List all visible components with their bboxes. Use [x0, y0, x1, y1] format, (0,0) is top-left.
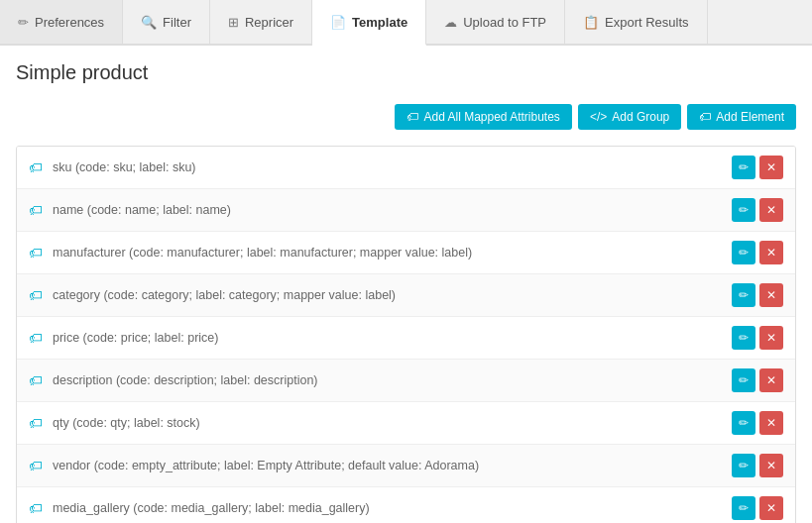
table-row: 🏷 category (code: category; label: categ…	[17, 274, 795, 317]
delete-button[interactable]: ✕	[759, 198, 783, 222]
edit-button[interactable]: ✏	[732, 156, 755, 179]
tab-preferences-label: Preferences	[35, 15, 104, 30]
attr-actions: ✏ ✕	[732, 241, 783, 264]
template-icon: 📄	[330, 15, 346, 30]
tag-icon: 🏷	[29, 159, 43, 175]
delete-icon: ✕	[766, 501, 776, 515]
add-group-label: Add Group	[612, 110, 669, 124]
table-row: 🏷 description (code: description; label:…	[17, 360, 795, 402]
edit-icon: ✏	[739, 246, 749, 260]
add-all-mapped-button[interactable]: 🏷 Add All Mapped Attributes	[395, 104, 571, 130]
attr-text: qty (code: qty; label: stock)	[53, 416, 732, 430]
table-row: 🏷 price (code: price; label: price) ✏ ✕	[17, 317, 795, 360]
delete-button[interactable]: ✕	[759, 283, 783, 307]
main-content: Simple product 🏷 Add All Mapped Attribut…	[0, 46, 812, 523]
add-element-button[interactable]: 🏷 Add Element	[687, 104, 796, 130]
attr-actions: ✏ ✕	[732, 156, 783, 179]
attr-actions: ✏ ✕	[732, 496, 783, 520]
attr-text: description (code: description; label: d…	[53, 373, 732, 387]
delete-icon: ✕	[766, 160, 776, 174]
edit-button[interactable]: ✏	[732, 411, 755, 435]
tag-icon: 🏷	[29, 415, 43, 431]
delete-icon: ✕	[766, 331, 776, 345]
edit-button[interactable]: ✏	[732, 496, 755, 520]
edit-icon: ✏	[739, 288, 749, 302]
tag-icon: 🏷	[29, 330, 43, 346]
tab-template-label: Template	[352, 15, 407, 30]
table-row: 🏷 name (code: name; label: name) ✏ ✕	[17, 189, 795, 232]
edit-button[interactable]: ✏	[732, 283, 755, 307]
upload-icon: ☁	[444, 15, 457, 30]
delete-icon: ✕	[766, 288, 776, 302]
tag-icon: 🏷	[29, 202, 43, 218]
delete-button[interactable]: ✕	[759, 241, 783, 264]
attribute-list: 🏷 sku (code: sku; label: sku) ✏ ✕ 🏷 name…	[16, 146, 796, 523]
tag-icon: 🏷	[29, 245, 43, 261]
tab-export-results[interactable]: 📋 Export Results	[565, 0, 708, 44]
tab-bar: ✏ Preferences 🔍 Filter ⊞ Repricer 📄 Temp…	[0, 0, 812, 46]
attr-actions: ✏ ✕	[732, 326, 783, 350]
attr-text: sku (code: sku; label: sku)	[53, 160, 732, 174]
export-icon: 📋	[583, 15, 599, 30]
toolbar: 🏷 Add All Mapped Attributes </> Add Grou…	[16, 98, 796, 136]
attr-actions: ✏ ✕	[732, 283, 783, 307]
tab-upload-ftp[interactable]: ☁ Upload to FTP	[426, 0, 565, 44]
attr-text: name (code: name; label: name)	[53, 203, 732, 217]
tab-export-results-label: Export Results	[605, 15, 689, 30]
delete-button[interactable]: ✕	[759, 326, 783, 350]
tab-template[interactable]: 📄 Template	[312, 0, 426, 46]
tag-icon: 🏷	[29, 458, 43, 473]
delete-button[interactable]: ✕	[759, 411, 783, 435]
add-element-icon: 🏷	[699, 110, 711, 124]
edit-icon: ✏	[739, 203, 749, 217]
page-title: Simple product	[16, 61, 796, 84]
table-row: 🏷 media_gallery (code: media_gallery; la…	[17, 487, 795, 523]
attr-text: category (code: category; label: categor…	[53, 288, 732, 302]
delete-button[interactable]: ✕	[759, 454, 783, 477]
add-element-label: Add Element	[716, 110, 784, 124]
tag-icon: 🏷	[29, 287, 43, 303]
edit-icon: ✏	[739, 373, 749, 387]
tab-repricer[interactable]: ⊞ Repricer	[210, 0, 312, 44]
tag-icon: 🏷	[29, 500, 43, 516]
table-row: 🏷 vendor (code: empty_attribute; label: …	[17, 445, 795, 487]
delete-icon: ✕	[766, 373, 776, 387]
tab-repricer-label: Repricer	[245, 15, 293, 30]
delete-button[interactable]: ✕	[759, 368, 783, 392]
edit-icon: ✏	[739, 331, 749, 345]
edit-button[interactable]: ✏	[732, 198, 755, 222]
attr-text: manufacturer (code: manufacturer; label:…	[53, 246, 732, 260]
tag-icon: 🏷	[29, 372, 43, 388]
table-row: 🏷 qty (code: qty; label: stock) ✏ ✕	[17, 402, 795, 445]
attr-text: vendor (code: empty_attribute; label: Em…	[53, 459, 732, 472]
attr-actions: ✏ ✕	[732, 198, 783, 222]
edit-icon: ✏	[739, 160, 749, 174]
delete-button[interactable]: ✕	[759, 156, 783, 179]
delete-icon: ✕	[766, 246, 776, 260]
edit-icon: ✏	[739, 416, 749, 430]
edit-button[interactable]: ✏	[732, 368, 755, 392]
table-row: 🏷 manufacturer (code: manufacturer; labe…	[17, 232, 795, 274]
edit-icon: ✏	[739, 501, 749, 515]
add-all-mapped-label: Add All Mapped Attributes	[423, 110, 559, 124]
delete-icon: ✕	[766, 416, 776, 430]
tab-preferences[interactable]: ✏ Preferences	[0, 0, 123, 44]
tab-upload-ftp-label: Upload to FTP	[463, 15, 546, 30]
add-all-mapped-icon: 🏷	[406, 110, 418, 124]
attr-actions: ✏ ✕	[732, 454, 783, 477]
delete-icon: ✕	[766, 203, 776, 217]
edit-button[interactable]: ✏	[732, 241, 755, 264]
edit-icon: ✏	[739, 459, 749, 472]
attr-actions: ✏ ✕	[732, 368, 783, 392]
add-group-icon: </>	[590, 110, 607, 124]
tab-filter-label: Filter	[163, 15, 191, 30]
delete-button[interactable]: ✕	[759, 496, 783, 520]
tab-filter[interactable]: 🔍 Filter	[123, 0, 210, 44]
delete-icon: ✕	[766, 459, 776, 472]
filter-icon: 🔍	[141, 15, 157, 30]
edit-button[interactable]: ✏	[732, 454, 755, 477]
edit-button[interactable]: ✏	[732, 326, 755, 350]
table-row: 🏷 sku (code: sku; label: sku) ✏ ✕	[17, 147, 795, 189]
preferences-icon: ✏	[18, 15, 29, 30]
add-group-button[interactable]: </> Add Group	[578, 104, 681, 130]
